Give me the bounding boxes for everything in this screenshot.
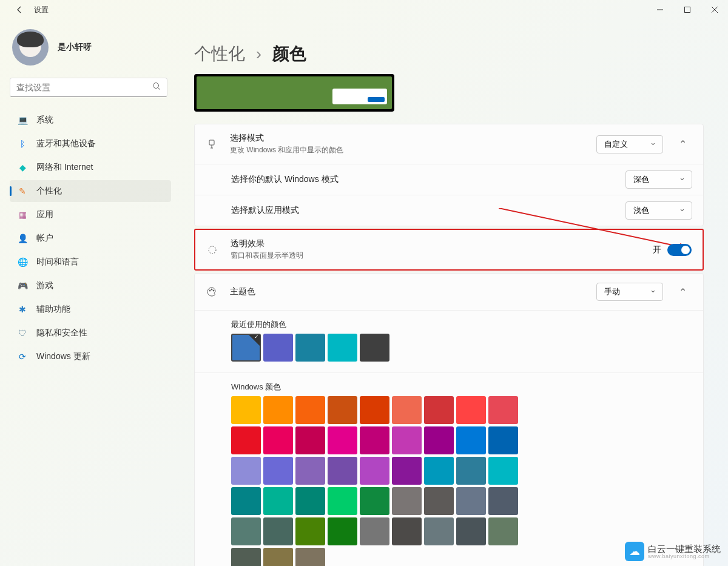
sidebar-item-蓝牙和其他设备[interactable]: ᛒ蓝牙和其他设备 bbox=[10, 133, 171, 155]
color-swatch[interactable] bbox=[295, 517, 325, 545]
color-swatch[interactable] bbox=[295, 457, 325, 485]
color-swatch[interactable] bbox=[231, 457, 261, 485]
sidebar-item-系统[interactable]: 💻系统 bbox=[10, 109, 171, 131]
color-swatch[interactable] bbox=[360, 517, 389, 545]
minimize-button[interactable] bbox=[646, 0, 673, 19]
color-swatch[interactable] bbox=[328, 396, 357, 424]
app-mode-label: 选择默认应用模式 bbox=[231, 205, 625, 216]
color-swatch[interactable] bbox=[263, 457, 293, 485]
color-swatch[interactable] bbox=[231, 548, 261, 566]
color-swatch[interactable] bbox=[360, 396, 389, 424]
color-swatch[interactable] bbox=[263, 334, 293, 362]
color-swatch[interactable] bbox=[295, 487, 325, 515]
nav-icon: 👤 bbox=[17, 233, 28, 244]
color-swatch[interactable] bbox=[263, 396, 293, 424]
color-swatch[interactable] bbox=[392, 396, 422, 424]
color-swatch[interactable] bbox=[263, 517, 293, 545]
color-swatch[interactable] bbox=[488, 457, 518, 485]
color-swatch[interactable] bbox=[328, 457, 357, 485]
search-input[interactable] bbox=[16, 83, 152, 92]
color-swatch[interactable] bbox=[295, 396, 325, 424]
sidebar-item-网络和 Internet[interactable]: ◆网络和 Internet bbox=[10, 157, 171, 178]
sidebar-item-辅助功能[interactable]: ✱辅助功能 bbox=[10, 298, 171, 320]
color-swatch[interactable] bbox=[295, 426, 325, 454]
nav-icon: 🎮 bbox=[17, 280, 28, 291]
search-input-wrapper[interactable] bbox=[10, 78, 167, 97]
watermark-url: www.baiyunxitong.com bbox=[648, 553, 721, 559]
color-swatch[interactable] bbox=[360, 426, 389, 454]
chevron-right-icon: › bbox=[256, 44, 261, 63]
color-swatch[interactable] bbox=[328, 334, 357, 362]
windows-color-grid bbox=[231, 396, 520, 566]
color-swatch[interactable] bbox=[360, 334, 389, 362]
close-button[interactable] bbox=[701, 0, 728, 19]
sidebar-item-隐私和安全性[interactable]: 🛡隐私和安全性 bbox=[10, 322, 171, 344]
transparency-card: 透明效果 窗口和表面显示半透明 开 bbox=[194, 229, 704, 271]
color-swatch[interactable] bbox=[488, 517, 518, 545]
color-swatch[interactable] bbox=[231, 487, 261, 515]
user-profile[interactable]: 是小轩呀 bbox=[10, 29, 171, 66]
sidebar-item-Windows 更新[interactable]: ⟳Windows 更新 bbox=[10, 346, 171, 368]
color-swatch[interactable] bbox=[392, 487, 422, 515]
color-swatch[interactable] bbox=[424, 457, 454, 485]
nav-label: 辅助功能 bbox=[36, 304, 70, 315]
color-swatch[interactable] bbox=[263, 487, 293, 515]
mode-dropdown[interactable]: 自定义 bbox=[596, 135, 663, 153]
windows-colors-title: Windows 颜色 bbox=[231, 382, 692, 392]
color-swatch[interactable] bbox=[424, 396, 454, 424]
color-swatch[interactable] bbox=[424, 487, 454, 515]
back-button[interactable] bbox=[12, 2, 27, 17]
color-swatch[interactable] bbox=[488, 426, 518, 454]
color-swatch[interactable] bbox=[456, 517, 486, 545]
maximize-button[interactable] bbox=[673, 0, 701, 19]
color-swatch[interactable] bbox=[456, 396, 486, 424]
windows-mode-dropdown[interactable]: 深色 bbox=[625, 170, 692, 189]
color-swatch[interactable] bbox=[263, 426, 293, 454]
color-swatch[interactable] bbox=[231, 426, 261, 454]
color-swatch[interactable] bbox=[360, 457, 389, 485]
color-swatch[interactable] bbox=[392, 457, 422, 485]
sidebar-item-时间和语言[interactable]: 🌐时间和语言 bbox=[10, 251, 171, 273]
color-swatch[interactable] bbox=[456, 487, 486, 515]
color-swatch[interactable] bbox=[424, 426, 454, 454]
sidebar-item-个性化[interactable]: ✎个性化 bbox=[10, 180, 171, 202]
color-swatch[interactable] bbox=[488, 487, 518, 515]
svg-line-5 bbox=[158, 88, 161, 90]
nav-label: 游戏 bbox=[36, 280, 53, 291]
nav-icon: ✱ bbox=[17, 304, 28, 315]
color-swatch[interactable] bbox=[392, 426, 422, 454]
color-swatch[interactable] bbox=[456, 457, 486, 485]
nav-label: 帐户 bbox=[36, 233, 53, 244]
sidebar-item-游戏[interactable]: 🎮游戏 bbox=[10, 275, 171, 297]
color-swatch[interactable] bbox=[231, 334, 261, 362]
color-swatch[interactable] bbox=[488, 396, 518, 424]
color-swatch[interactable] bbox=[360, 487, 389, 515]
app-mode-dropdown[interactable]: 浅色 bbox=[625, 201, 692, 220]
color-swatch[interactable] bbox=[263, 548, 293, 566]
breadcrumb-current: 颜色 bbox=[272, 44, 306, 63]
nav-label: 隐私和安全性 bbox=[36, 328, 87, 339]
sidebar-item-帐户[interactable]: 👤帐户 bbox=[10, 227, 171, 249]
color-swatch[interactable] bbox=[231, 517, 261, 545]
windows-mode-label: 选择你的默认 Windows 模式 bbox=[231, 174, 625, 185]
color-swatch[interactable] bbox=[231, 396, 261, 424]
collapse-icon[interactable]: ⌃ bbox=[673, 135, 692, 154]
color-swatch[interactable] bbox=[295, 334, 325, 362]
color-swatch[interactable] bbox=[424, 517, 454, 545]
sidebar-item-应用[interactable]: ▦应用 bbox=[10, 204, 171, 226]
breadcrumb-parent[interactable]: 个性化 bbox=[194, 44, 245, 63]
color-swatch[interactable] bbox=[328, 426, 357, 454]
color-swatch[interactable] bbox=[392, 517, 422, 545]
nav-icon: 🛡 bbox=[17, 328, 28, 339]
palette-icon bbox=[206, 286, 218, 297]
color-swatch[interactable] bbox=[328, 517, 357, 545]
color-swatch[interactable] bbox=[295, 548, 325, 566]
color-swatch[interactable] bbox=[456, 426, 486, 454]
svg-point-12 bbox=[213, 290, 214, 291]
breadcrumb: 个性化 › 颜色 bbox=[194, 42, 704, 66]
color-swatch[interactable] bbox=[328, 487, 357, 515]
collapse-icon[interactable]: ⌃ bbox=[673, 282, 692, 302]
accent-dropdown[interactable]: 手动 bbox=[596, 283, 663, 301]
transparency-toggle[interactable] bbox=[667, 244, 692, 256]
nav-label: Windows 更新 bbox=[36, 351, 90, 362]
